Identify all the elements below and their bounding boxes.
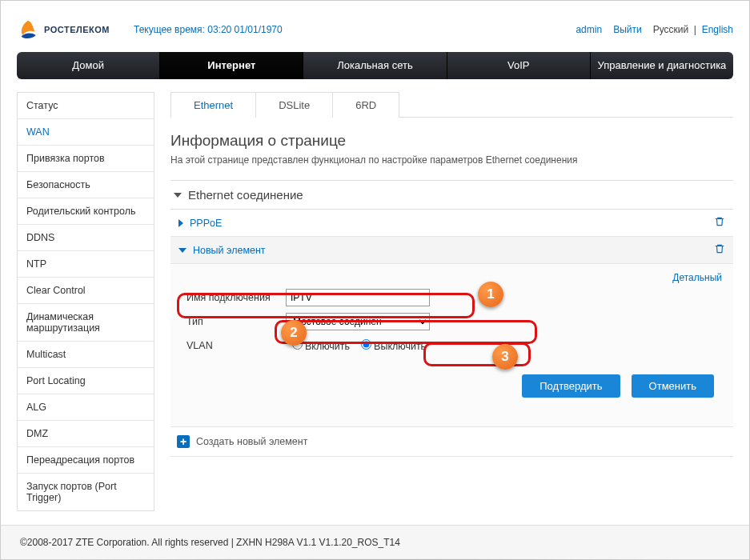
type-label: Тип [182,316,286,327]
vlan-label: VLAN [182,340,286,351]
sidebar-item-port-binding[interactable]: Привязка портов [18,146,154,172]
connection-new[interactable]: Новый элемент [170,237,733,264]
sidebar-item-port-trigger[interactable]: Запуск портов (Port Trigger) [18,474,154,510]
sidebar-item-alg[interactable]: ALG [18,394,154,421]
user-link[interactable]: admin [576,24,602,35]
lang-switch: Русский | English [653,24,733,35]
vlan-off-option[interactable]: Выключить [355,339,426,352]
connection-pppoe[interactable]: PPPoE [170,210,733,237]
page-desc: На этой странице представлен функционал … [170,154,733,166]
vlan-on-radio[interactable] [292,339,303,350]
name-label: Имя подключения [182,292,286,303]
sidebar-item-parental[interactable]: Родительский контроль [18,198,154,225]
section-title: Ethernet соединение [188,188,303,202]
sidebar: Статус WAN Привязка портов Безопасность … [17,92,154,511]
confirm-button[interactable]: Подтвердить [522,374,620,398]
logout-link[interactable]: Выйти [613,24,642,35]
sidebar-item-port-forward[interactable]: Переадресация портов [18,447,154,474]
lang-en[interactable]: English [702,24,733,35]
trash-icon[interactable] [714,216,725,230]
sidebar-item-wan[interactable]: WAN [18,119,154,146]
logo: РОСТЕЛЕКОМ [17,18,110,41]
nav-admin[interactable]: Управление и диагностика [591,52,733,79]
current-time: Текущее время: 03:20 01/01/1970 [134,24,283,35]
trash-icon[interactable] [714,243,725,257]
chevron-down-icon [178,248,186,253]
create-new-item[interactable]: + Создать новый элемент [170,426,733,457]
sidebar-item-dmz[interactable]: DMZ [18,421,154,447]
vlan-on-option[interactable]: Включить [286,339,350,352]
main-nav: Домой Интернет Локальная сеть VoIP Управ… [17,52,733,79]
sidebar-item-status[interactable]: Статус [18,93,154,119]
sidebar-item-port-locating[interactable]: Port Locating [18,368,154,394]
tab-dslite[interactable]: DSLite [255,92,333,118]
chevron-right-icon [178,219,183,227]
sidebar-item-multicast[interactable]: Multicast [18,342,154,368]
connection-label: Новый элемент [193,245,266,256]
chevron-down-icon [174,193,182,198]
tabs: Ethernet DSLite 6RD [170,92,733,118]
footer: ©2008-2017 ZTE Corporation. All rights r… [1,525,749,559]
nav-lan[interactable]: Локальная сеть [303,52,447,79]
sidebar-item-clear-control[interactable]: Clear Control [18,278,154,304]
section-ethernet-connection[interactable]: Ethernet соединение [170,180,733,210]
nav-internet[interactable]: Интернет [160,52,303,79]
tab-ethernet[interactable]: Ethernet [170,92,256,118]
detail-link[interactable]: Детальный [182,272,722,283]
cancel-button[interactable]: Отменить [632,374,714,398]
name-input[interactable] [286,289,430,306]
plus-icon: + [177,435,190,448]
logo-icon [17,18,39,41]
sidebar-item-routing[interactable]: Динамическая маршрутизация [18,304,154,342]
vlan-off-radio[interactable] [361,339,371,350]
connection-label: PPPoE [190,218,222,229]
create-label: Создать новый элемент [196,436,307,447]
sidebar-item-ddns[interactable]: DDNS [18,225,154,251]
nav-voip[interactable]: VoIP [447,52,591,79]
connection-form: Детальный Имя подключения Тип Мостовое с… [170,264,733,426]
tab-6rd[interactable]: 6RD [332,92,399,118]
sidebar-item-ntp[interactable]: NTP [18,251,154,278]
page-title: Информация о странице [170,132,733,150]
lang-ru: Русский [653,24,689,35]
sidebar-item-security[interactable]: Безопасность [18,172,154,198]
nav-home[interactable]: Домой [17,52,160,79]
logo-text: РОСТЕЛЕКОМ [44,25,110,34]
type-select[interactable]: Мостовое соединен [286,313,430,330]
